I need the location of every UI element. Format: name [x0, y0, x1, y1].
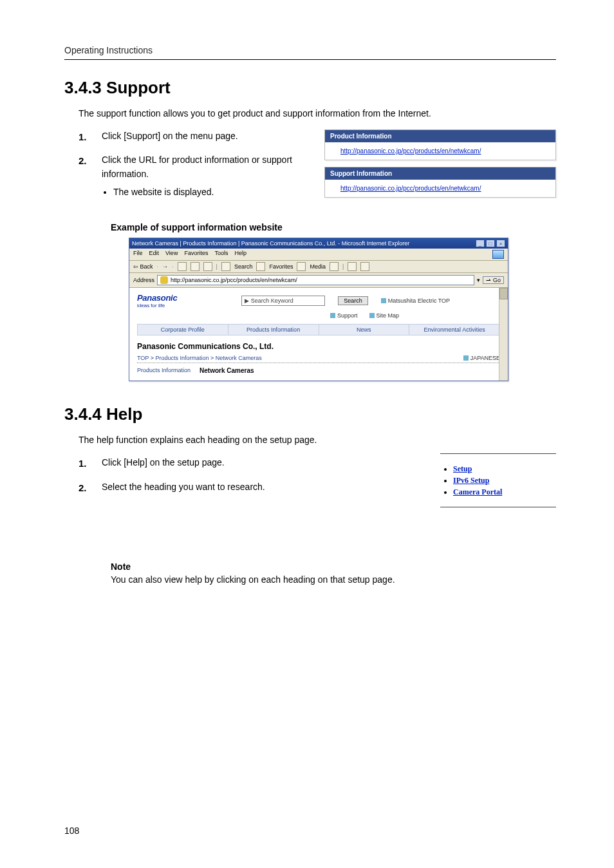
help-link-camera-portal[interactable]: Camera Portal [453, 487, 502, 496]
support-intro: The support function allows you to get p… [79, 107, 556, 120]
menu-favorites[interactable]: Favorites [184, 250, 208, 259]
help-link-setup[interactable]: Setup [453, 464, 472, 473]
product-info-panel: Product Information http://panasonic.co.… [324, 129, 556, 160]
site-search-button[interactable]: Search [338, 296, 368, 305]
support-info-title: Support Information [325, 167, 555, 180]
help-links-panel: Setup IPv6 Setup Camera Portal [434, 453, 556, 507]
step-text: Select the heading you want to research. [102, 480, 310, 495]
address-label: Address [133, 277, 154, 283]
sitemap-link[interactable]: Site Map [377, 312, 400, 319]
support-info-link[interactable]: http://panasonic.co.jp/pcc/products/en/n… [325, 180, 555, 197]
ie-logo-icon [492, 250, 504, 259]
address-dropdown-icon[interactable]: ▾ [477, 277, 480, 283]
running-header: Operating Instructions [64, 45, 556, 55]
product-info-title: Product Information [325, 130, 555, 142]
history-icon[interactable] [330, 262, 339, 271]
forward-button[interactable]: → [162, 263, 168, 270]
maximize-icon[interactable]: □ [486, 240, 495, 247]
go-button[interactable]: ⇀ Go [483, 276, 504, 284]
support-link[interactable]: Support [337, 312, 358, 319]
step-number: 2. [79, 153, 90, 199]
step-text: Click [Help] on the setup page. [102, 456, 310, 471]
step-number: 1. [79, 129, 90, 144]
search-icon[interactable] [221, 262, 230, 271]
product-info-link[interactable]: http://panasonic.co.jp/pcc/products/en/n… [325, 142, 555, 160]
back-button[interactable]: ⇦ Back [133, 263, 153, 270]
step-text: Click the URL for product information or… [102, 155, 292, 179]
window-titlebar: Network Cameras | Products Information |… [129, 238, 508, 249]
minimize-icon[interactable]: _ [476, 240, 485, 247]
page-viewport: Panasonic ideas for life ▶ Search Keywor… [129, 288, 508, 381]
step-text: Click [Support] on the menu page. [102, 129, 310, 144]
company-name: Panasonic Communications Co., Ltd. [137, 342, 500, 351]
support-info-panel: Support Information http://panasonic.co.… [324, 167, 556, 198]
address-bar: Address http://panasonic.co.jp/pcc/produ… [129, 273, 508, 288]
menu-file[interactable]: File [133, 250, 143, 259]
brand-logo: Panasonic [137, 293, 177, 303]
heading-support: 3.4.3 Support [64, 78, 556, 98]
brand-tagline: ideas for life [137, 303, 177, 308]
matsushita-link[interactable]: Matsushita Electric TOP [388, 297, 450, 304]
note-text: You can also view help by clicking on ea… [111, 574, 556, 585]
menu-edit[interactable]: Edit [149, 250, 160, 259]
step-subtext: The website is displayed. [113, 185, 310, 200]
step-number: 1. [79, 456, 90, 471]
example-label: Example of support information website [111, 222, 556, 232]
help-link-ipv6[interactable]: IPv6 Setup [453, 476, 489, 485]
toolbar: ⇦ Back · → · | Search Favorites Media | [129, 261, 508, 273]
site-tabs: Corporate Profile Products Information N… [137, 324, 500, 335]
print-icon[interactable] [360, 262, 369, 271]
window-title: Network Cameras | Products Information |… [132, 240, 409, 247]
panel-rule [440, 453, 556, 454]
dotted-rule [137, 363, 500, 363]
section-label: Products Information [137, 367, 191, 374]
stop-icon[interactable] [178, 262, 187, 271]
tab-news[interactable]: News [319, 325, 410, 335]
menu-tools[interactable]: Tools [214, 250, 228, 259]
toolbar-favorites-label[interactable]: Favorites [269, 263, 293, 270]
support-steps: 1. Click [Support] on the menu page. 2. … [79, 129, 310, 199]
home-icon[interactable] [203, 262, 212, 271]
panel-rule [440, 507, 556, 507]
browser-window: Network Cameras | Products Information |… [129, 238, 508, 381]
heading-help: 3.4.4 Help [64, 404, 556, 424]
tab-corporate[interactable]: Corporate Profile [138, 325, 228, 335]
help-steps: 1. Click [Help] on the setup page. 2. Se… [79, 456, 310, 495]
page-number: 108 [64, 826, 79, 836]
menu-bar: File Edit View Favorites Tools Help [129, 249, 508, 261]
scrollbar[interactable] [499, 288, 508, 381]
menu-view[interactable]: View [165, 250, 178, 259]
mail-icon[interactable] [348, 262, 357, 271]
close-icon[interactable]: × [496, 240, 505, 247]
note-block: Note You can also view help by clicking … [111, 561, 556, 585]
menu-help[interactable]: Help [234, 250, 247, 259]
japanese-link[interactable]: JAPANESE [470, 355, 500, 361]
refresh-icon[interactable] [191, 262, 200, 271]
site-search-input[interactable]: ▶ Search Keyword [241, 296, 325, 306]
help-intro: The help function explains each heading … [79, 433, 556, 447]
address-field[interactable]: http://panasonic.co.jp/pcc/products/en/n… [157, 275, 474, 285]
media-icon[interactable] [297, 262, 306, 271]
toolbar-media-label[interactable]: Media [310, 263, 326, 270]
tab-products[interactable]: Products Information [228, 325, 319, 335]
tab-environmental[interactable]: Environmental Activities [409, 325, 499, 335]
header-rule [64, 59, 556, 60]
step-number: 2. [79, 480, 90, 495]
breadcrumb[interactable]: TOP > Products Information > Network Cam… [137, 355, 262, 361]
section-title: Network Cameras [200, 367, 254, 374]
page-icon [160, 276, 168, 284]
note-title: Note [111, 561, 556, 572]
toolbar-search-label[interactable]: Search [234, 263, 253, 270]
scroll-thumb[interactable] [499, 288, 508, 299]
favorites-icon[interactable] [256, 262, 265, 271]
address-url: http://panasonic.co.jp/pcc/products/en/n… [171, 277, 297, 283]
